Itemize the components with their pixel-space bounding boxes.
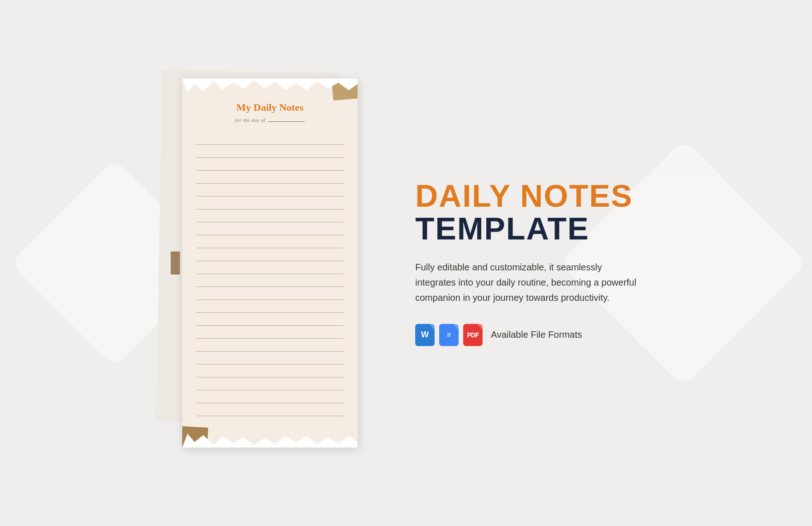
pdf-icon[interactable]: PDF	[463, 324, 483, 346]
ruled-line	[196, 248, 344, 261]
ruled-line	[196, 197, 344, 209]
main-container: My Daily Notes for the day of DAILY NOTE…	[0, 0, 812, 526]
notebook-page: My Daily Notes for the day of	[182, 78, 358, 448]
ruled-line	[196, 390, 344, 403]
format-label: Available File Formats	[491, 329, 582, 340]
notebook-content: My Daily Notes for the day of	[182, 78, 358, 448]
docs-icon[interactable]: ≡	[439, 324, 459, 346]
ruled-line	[196, 209, 344, 222]
ruled-line	[196, 339, 344, 352]
ruled-line	[196, 145, 344, 158]
ruled-line	[196, 377, 344, 390]
ruled-line	[196, 365, 344, 377]
subtitle-text: for the day of	[235, 117, 265, 123]
ruled-line	[196, 132, 344, 145]
ruled-line	[196, 313, 344, 326]
headline-line2: TEMPLATE	[415, 211, 655, 246]
word-icon-letter: W	[421, 330, 429, 340]
ruled-line	[196, 184, 344, 197]
docs-icon-symbol: ≡	[447, 331, 451, 339]
ruled-line	[196, 222, 344, 235]
ruled-line	[196, 300, 344, 313]
ruled-lines	[196, 132, 344, 416]
date-underline	[268, 121, 305, 122]
ruled-line	[196, 274, 344, 287]
description-text: Fully editable and customizable, it seam…	[415, 260, 637, 305]
notebook-subtitle: for the day of	[196, 117, 344, 123]
file-formats-section: W ≡ PDF Available File Formats	[415, 324, 655, 346]
ruled-line	[196, 235, 344, 248]
word-icon[interactable]: W	[415, 324, 435, 346]
ruled-line	[196, 158, 344, 171]
ruled-line	[196, 261, 344, 274]
notebook-title: My Daily Notes	[196, 102, 344, 114]
ruled-line	[196, 403, 344, 416]
tape-left	[171, 251, 180, 275]
notebook-wrapper: My Daily Notes for the day of	[157, 65, 378, 461]
ruled-line	[196, 326, 344, 339]
pdf-icon-letter: PDF	[467, 331, 479, 339]
ruled-line	[196, 171, 344, 184]
ruled-line	[196, 287, 344, 300]
headline-line1: DAILY NOTES	[415, 180, 655, 211]
content-right: DAILY NOTES TEMPLATE Fully editable and …	[415, 180, 655, 346]
ruled-line	[196, 352, 344, 365]
notebook-preview: My Daily Notes for the day of	[157, 65, 378, 461]
